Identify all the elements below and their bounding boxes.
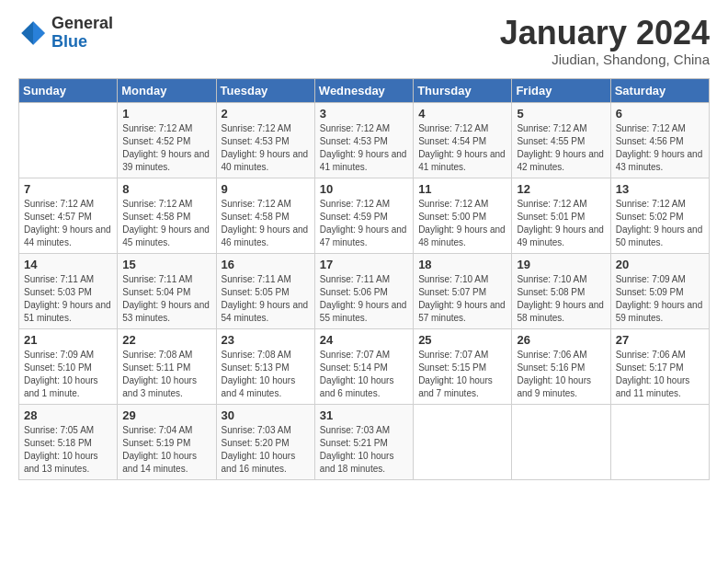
day-cell: 22Sunrise: 7:08 AMSunset: 5:11 PMDayligh… bbox=[118, 328, 216, 404]
day-info: Sunrise: 7:12 AMSunset: 4:53 PMDaylight:… bbox=[222, 122, 310, 174]
day-cell: 21Sunrise: 7:09 AMSunset: 5:10 PMDayligh… bbox=[19, 328, 118, 404]
logo: General Blue bbox=[18, 15, 113, 52]
day-info: Sunrise: 7:08 AMSunset: 5:13 PMDaylight:… bbox=[222, 349, 310, 400]
day-info: Sunrise: 7:10 AMSunset: 5:07 PMDaylight:… bbox=[418, 273, 506, 325]
weekday-header-row: SundayMondayTuesdayWednesdayThursdayFrid… bbox=[19, 78, 710, 102]
calendar-table: SundayMondayTuesdayWednesdayThursdayFrid… bbox=[18, 78, 710, 480]
month-title: January 2024 bbox=[500, 15, 710, 52]
day-cell: 16Sunrise: 7:11 AMSunset: 5:05 PMDayligh… bbox=[216, 253, 314, 328]
day-info: Sunrise: 7:04 AMSunset: 5:19 PMDaylight:… bbox=[122, 424, 210, 476]
day-number: 26 bbox=[517, 333, 605, 347]
day-number: 9 bbox=[222, 182, 310, 196]
day-number: 14 bbox=[24, 258, 112, 271]
week-row-1: 1Sunrise: 7:12 AMSunset: 4:52 PMDaylight… bbox=[19, 102, 710, 178]
day-info: Sunrise: 7:12 AMSunset: 5:00 PMDaylight:… bbox=[418, 198, 506, 249]
day-info: Sunrise: 7:12 AMSunset: 4:55 PMDaylight:… bbox=[517, 122, 605, 174]
day-cell: 28Sunrise: 7:05 AMSunset: 5:18 PMDayligh… bbox=[19, 404, 118, 479]
calendar-header: SundayMondayTuesdayWednesdayThursdayFrid… bbox=[19, 78, 710, 102]
day-number: 18 bbox=[418, 258, 506, 271]
day-number: 1 bbox=[122, 107, 210, 121]
day-number: 24 bbox=[320, 333, 408, 347]
day-info: Sunrise: 7:03 AMSunset: 5:20 PMDaylight:… bbox=[222, 424, 310, 476]
day-cell: 8Sunrise: 7:12 AMSunset: 4:58 PMDaylight… bbox=[118, 178, 216, 253]
day-number: 17 bbox=[320, 258, 408, 271]
day-number: 23 bbox=[222, 333, 310, 347]
day-cell bbox=[512, 404, 610, 479]
day-cell: 23Sunrise: 7:08 AMSunset: 5:13 PMDayligh… bbox=[216, 328, 314, 404]
day-info: Sunrise: 7:10 AMSunset: 5:08 PMDaylight:… bbox=[517, 273, 605, 325]
logo-text: General Blue bbox=[51, 15, 113, 52]
day-info: Sunrise: 7:05 AMSunset: 5:18 PMDaylight:… bbox=[24, 424, 112, 476]
day-cell: 10Sunrise: 7:12 AMSunset: 4:59 PMDayligh… bbox=[314, 178, 413, 253]
day-number: 25 bbox=[418, 333, 506, 347]
day-cell: 1Sunrise: 7:12 AMSunset: 4:52 PMDaylight… bbox=[118, 102, 216, 178]
day-info: Sunrise: 7:12 AMSunset: 5:01 PMDaylight:… bbox=[517, 198, 605, 249]
day-cell bbox=[414, 404, 512, 479]
day-cell: 19Sunrise: 7:10 AMSunset: 5:08 PMDayligh… bbox=[512, 253, 610, 328]
weekday-header-tuesday: Tuesday bbox=[216, 78, 314, 102]
day-cell: 2Sunrise: 7:12 AMSunset: 4:53 PMDaylight… bbox=[216, 102, 314, 178]
day-number: 2 bbox=[222, 107, 310, 121]
page-header: General Blue January 2024 Jiudian, Shand… bbox=[18, 15, 710, 67]
day-info: Sunrise: 7:11 AMSunset: 5:04 PMDaylight:… bbox=[122, 273, 210, 325]
day-info: Sunrise: 7:09 AMSunset: 5:09 PMDaylight:… bbox=[616, 273, 704, 325]
day-number: 16 bbox=[222, 258, 310, 271]
day-info: Sunrise: 7:12 AMSunset: 4:57 PMDaylight:… bbox=[24, 198, 112, 249]
logo-icon bbox=[18, 18, 48, 48]
week-row-5: 28Sunrise: 7:05 AMSunset: 5:18 PMDayligh… bbox=[19, 404, 710, 479]
weekday-header-monday: Monday bbox=[118, 78, 216, 102]
day-info: Sunrise: 7:11 AMSunset: 5:05 PMDaylight:… bbox=[222, 273, 310, 325]
day-cell: 31Sunrise: 7:03 AMSunset: 5:21 PMDayligh… bbox=[314, 404, 413, 479]
day-cell: 6Sunrise: 7:12 AMSunset: 4:56 PMDaylight… bbox=[610, 102, 709, 178]
weekday-header-saturday: Saturday bbox=[610, 78, 709, 102]
day-number: 10 bbox=[320, 182, 408, 196]
day-info: Sunrise: 7:11 AMSunset: 5:06 PMDaylight:… bbox=[320, 273, 408, 325]
day-cell: 12Sunrise: 7:12 AMSunset: 5:01 PMDayligh… bbox=[512, 178, 610, 253]
calendar-body: 1Sunrise: 7:12 AMSunset: 4:52 PMDaylight… bbox=[19, 102, 710, 479]
day-cell: 30Sunrise: 7:03 AMSunset: 5:20 PMDayligh… bbox=[216, 404, 314, 479]
day-cell: 7Sunrise: 7:12 AMSunset: 4:57 PMDaylight… bbox=[19, 178, 118, 253]
day-info: Sunrise: 7:09 AMSunset: 5:10 PMDaylight:… bbox=[24, 349, 112, 400]
day-cell bbox=[610, 404, 709, 479]
week-row-4: 21Sunrise: 7:09 AMSunset: 5:10 PMDayligh… bbox=[19, 328, 710, 404]
week-row-3: 14Sunrise: 7:11 AMSunset: 5:03 PMDayligh… bbox=[19, 253, 710, 328]
day-number: 31 bbox=[320, 408, 408, 422]
day-cell: 14Sunrise: 7:11 AMSunset: 5:03 PMDayligh… bbox=[19, 253, 118, 328]
day-number: 12 bbox=[517, 182, 605, 196]
day-cell: 24Sunrise: 7:07 AMSunset: 5:14 PMDayligh… bbox=[314, 328, 413, 404]
day-cell: 11Sunrise: 7:12 AMSunset: 5:00 PMDayligh… bbox=[414, 178, 512, 253]
day-info: Sunrise: 7:12 AMSunset: 4:58 PMDaylight:… bbox=[122, 198, 210, 249]
day-cell: 26Sunrise: 7:06 AMSunset: 5:16 PMDayligh… bbox=[512, 328, 610, 404]
day-number: 29 bbox=[122, 408, 210, 422]
day-cell: 15Sunrise: 7:11 AMSunset: 5:04 PMDayligh… bbox=[118, 253, 216, 328]
day-cell bbox=[19, 102, 118, 178]
day-info: Sunrise: 7:08 AMSunset: 5:11 PMDaylight:… bbox=[122, 349, 210, 400]
day-number: 30 bbox=[222, 408, 310, 422]
svg-marker-1 bbox=[33, 21, 45, 45]
day-number: 19 bbox=[517, 258, 605, 271]
weekday-header-sunday: Sunday bbox=[19, 78, 118, 102]
day-number: 21 bbox=[24, 333, 112, 347]
day-info: Sunrise: 7:07 AMSunset: 5:15 PMDaylight:… bbox=[418, 349, 506, 400]
day-cell: 20Sunrise: 7:09 AMSunset: 5:09 PMDayligh… bbox=[610, 253, 709, 328]
day-info: Sunrise: 7:12 AMSunset: 4:59 PMDaylight:… bbox=[320, 198, 408, 249]
day-cell: 29Sunrise: 7:04 AMSunset: 5:19 PMDayligh… bbox=[118, 404, 216, 479]
day-number: 5 bbox=[517, 107, 605, 121]
weekday-header-wednesday: Wednesday bbox=[314, 78, 413, 102]
day-number: 11 bbox=[418, 182, 506, 196]
day-cell: 27Sunrise: 7:06 AMSunset: 5:17 PMDayligh… bbox=[610, 328, 709, 404]
day-number: 28 bbox=[24, 408, 112, 422]
day-info: Sunrise: 7:12 AMSunset: 5:02 PMDaylight:… bbox=[616, 198, 704, 249]
day-number: 22 bbox=[122, 333, 210, 347]
day-cell: 13Sunrise: 7:12 AMSunset: 5:02 PMDayligh… bbox=[610, 178, 709, 253]
day-info: Sunrise: 7:12 AMSunset: 4:58 PMDaylight:… bbox=[222, 198, 310, 249]
day-number: 6 bbox=[616, 107, 704, 121]
week-row-2: 7Sunrise: 7:12 AMSunset: 4:57 PMDaylight… bbox=[19, 178, 710, 253]
title-block: January 2024 Jiudian, Shandong, China bbox=[500, 15, 710, 67]
day-number: 8 bbox=[122, 182, 210, 196]
day-cell: 18Sunrise: 7:10 AMSunset: 5:07 PMDayligh… bbox=[414, 253, 512, 328]
day-info: Sunrise: 7:03 AMSunset: 5:21 PMDaylight:… bbox=[320, 424, 408, 476]
day-cell: 25Sunrise: 7:07 AMSunset: 5:15 PMDayligh… bbox=[414, 328, 512, 404]
day-cell: 9Sunrise: 7:12 AMSunset: 4:58 PMDaylight… bbox=[216, 178, 314, 253]
day-number: 4 bbox=[418, 107, 506, 121]
